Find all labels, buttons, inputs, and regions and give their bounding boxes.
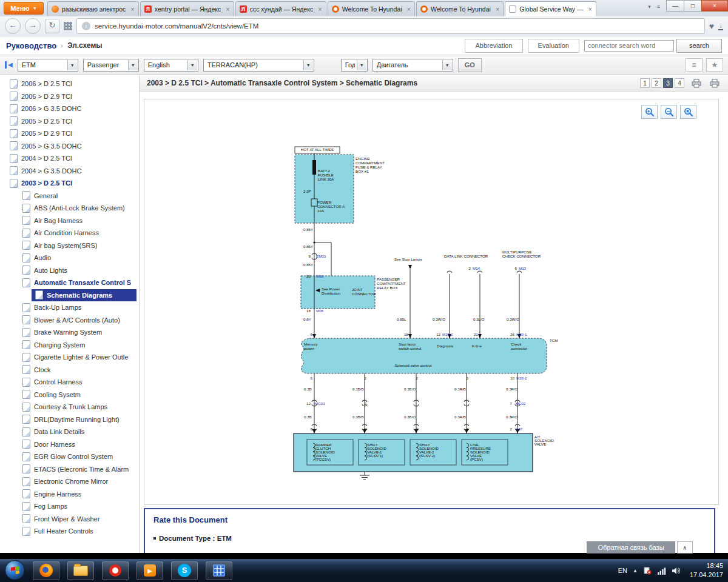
url-bar[interactable]: i service.hyundai-motor.com/manualV2/cnt…: [76, 18, 705, 34]
search-button[interactable]: search: [676, 39, 722, 53]
sidebar-item[interactable]: 2005 > D 2.9 TCI: [0, 127, 139, 140]
sidebar-item[interactable]: Clock: [0, 364, 139, 376]
sidebar-item[interactable]: Door Harness: [0, 438, 139, 451]
sidebar-item[interactable]: Air Bag Harness: [0, 215, 139, 227]
notification-icon[interactable]: [643, 566, 652, 575]
evaluation-button[interactable]: Evaluation: [528, 39, 579, 53]
sidebar-item[interactable]: ETACS (Elecronic Time & Alarm: [0, 463, 139, 476]
close-tab-icon[interactable]: ×: [226, 5, 229, 13]
sidebar-item[interactable]: 2004 > G 3.5 DOHC: [0, 165, 139, 178]
collapse-sidebar-icon[interactable]: ◀: [5, 61, 13, 69]
sidebar-item[interactable]: 2006 > D 2.9 TCI: [0, 90, 139, 103]
sidebar-item[interactable]: Air bag System(SRS): [0, 239, 139, 252]
sidebar-item[interactable]: Schematic Diagrams: [32, 289, 136, 302]
taskbar-opera-button[interactable]: [102, 561, 129, 580]
sidebar-item[interactable]: Fog Lamps: [0, 500, 139, 513]
favorites-star-icon[interactable]: ★: [706, 58, 723, 72]
toolbar-select[interactable]: English▼: [144, 59, 198, 72]
page-button[interactable]: 4: [675, 78, 684, 88]
list-all-tabs-icon[interactable]: ≡: [657, 4, 660, 10]
sidebar-item[interactable]: Cooling Sysetm: [0, 389, 139, 401]
toolbar-select[interactable]: TERRACAN(HP)▼: [203, 59, 314, 72]
sidebar-item[interactable]: Control Harness: [0, 376, 139, 389]
sidebar-item[interactable]: Electronic Chrome Mirror: [0, 475, 139, 488]
sidebar-item[interactable]: Full Heater Controls: [0, 525, 139, 538]
zoom-out-button[interactable]: [661, 105, 677, 119]
minimize-button[interactable]: —: [666, 0, 684, 12]
sidebar-item[interactable]: Courtesy & Trunk Lamps: [0, 401, 139, 413]
tab-groups-icon[interactable]: [64, 22, 72, 30]
sidebar-item[interactable]: Charging System: [0, 339, 139, 352]
sidebar-item[interactable]: Air Condition Harness: [0, 227, 139, 239]
browser-tab[interactable]: разыскиваю электрос×: [47, 1, 139, 16]
taskbar-clock[interactable]: 18:45 17.04.2017: [690, 561, 723, 580]
sidebar-item[interactable]: Back-Up Lamps: [0, 301, 139, 314]
close-tab-icon[interactable]: ×: [496, 5, 499, 13]
sidebar-item[interactable]: 2006 > G 3.5 DOHC: [0, 102, 139, 115]
heart-icon[interactable]: ♥: [709, 21, 714, 31]
sidebar-item[interactable]: Data Link Details: [0, 426, 139, 438]
feedback-button[interactable]: Обратная связь базы: [587, 541, 675, 554]
taskbar-explorer-button[interactable]: [67, 561, 94, 580]
sidebar-item[interactable]: General: [0, 190, 139, 202]
taskbar-firefox-button[interactable]: [33, 561, 59, 580]
close-button[interactable]: ×: [701, 0, 728, 12]
maximize-button[interactable]: □: [684, 0, 702, 12]
toolbar-select[interactable]: Год▼: [341, 59, 368, 72]
sidebar-item[interactable]: EGR Glow Control System: [0, 450, 139, 463]
go-button[interactable]: GO: [458, 58, 482, 72]
page-button[interactable]: 2: [652, 78, 661, 88]
taskbar-skype-button[interactable]: S: [171, 561, 198, 580]
back-button[interactable]: ←: [5, 18, 21, 34]
sidebar-item[interactable]: Audio: [0, 252, 139, 264]
sidebar-item[interactable]: 2004 > D 2.5 TCI: [0, 152, 139, 165]
sidebar-item[interactable]: 2006 > D 2.5 TCI: [0, 78, 139, 90]
toolbar-select[interactable]: Passenger▼: [83, 59, 139, 72]
print-icon[interactable]: [709, 78, 721, 88]
sidebar-item[interactable]: DRL(Daytime Running Light): [0, 413, 139, 426]
chevron-down-icon[interactable]: ▾: [648, 4, 651, 10]
browser-tab[interactable]: Яxentry portal — Яндекс×: [140, 1, 234, 16]
close-tab-icon[interactable]: ×: [130, 5, 134, 13]
reload-button[interactable]: ↻: [45, 19, 59, 33]
taskbar-remote-button[interactable]: [206, 561, 232, 580]
forward-button[interactable]: →: [25, 18, 41, 34]
collapse-panel-button[interactable]: ∧: [677, 541, 693, 554]
sidebar-item[interactable]: ABS (Anti-Lock Brake System): [0, 202, 139, 215]
print-preview-icon[interactable]: [690, 78, 703, 88]
taskbar-media-button[interactable]: ▶: [136, 561, 163, 580]
toolbar-select[interactable]: Двигатель▼: [372, 59, 453, 72]
list-view-icon[interactable]: ≡: [686, 58, 703, 72]
sidebar-item[interactable]: 2005 > G 3.5 DOHC: [0, 140, 139, 153]
zoom-in-button[interactable]: [641, 105, 658, 119]
abbreviation-button[interactable]: Abbreviation: [465, 39, 522, 53]
close-tab-icon[interactable]: ×: [318, 5, 322, 13]
network-icon[interactable]: [657, 567, 666, 575]
sidebar-item[interactable]: Engine Harness: [0, 488, 139, 501]
breadcrumb-root[interactable]: Руководство: [6, 41, 56, 50]
start-button[interactable]: [5, 560, 25, 580]
page-button[interactable]: 3: [663, 78, 673, 88]
browser-tab[interactable]: Welcome To Hyundai×: [328, 1, 415, 16]
page-button[interactable]: 1: [640, 78, 650, 88]
sidebar-item[interactable]: Blower & A/C Controls (Auto): [0, 314, 139, 327]
browser-tab[interactable]: Global Service Way —×: [505, 1, 596, 16]
connector-search-input[interactable]: [584, 40, 674, 52]
sidebar-item[interactable]: Auto Lights: [0, 264, 139, 277]
browser-tab[interactable]: Welcome To Hyundai×: [416, 1, 504, 16]
keyboard-language[interactable]: EN: [618, 567, 627, 574]
firefox-menu-button[interactable]: Меню ▼: [4, 2, 44, 15]
sidebar-item[interactable]: Cigarette Lighter & Power Outle: [0, 351, 139, 364]
browser-tab[interactable]: Яссс хундай — Яндекс×: [235, 1, 326, 16]
sidebar-item[interactable]: 2005 > D 2.5 TCI: [0, 115, 139, 128]
zoom-reset-button[interactable]: [680, 105, 696, 119]
sidebar-item[interactable]: Automatic Transaxle Control S: [0, 276, 139, 289]
downloads-icon[interactable]: ↓: [718, 22, 723, 30]
sidebar-item[interactable]: Brake Warning System: [0, 326, 139, 339]
sidebar-item[interactable]: Front Wiper & Washer: [0, 513, 139, 526]
volume-icon[interactable]: [672, 567, 681, 575]
close-tab-icon[interactable]: ×: [407, 5, 411, 13]
toolbar-select[interactable]: ETM▼: [18, 59, 78, 72]
tray-expand-icon[interactable]: ▲: [633, 568, 638, 574]
close-tab-icon[interactable]: ×: [588, 5, 592, 13]
